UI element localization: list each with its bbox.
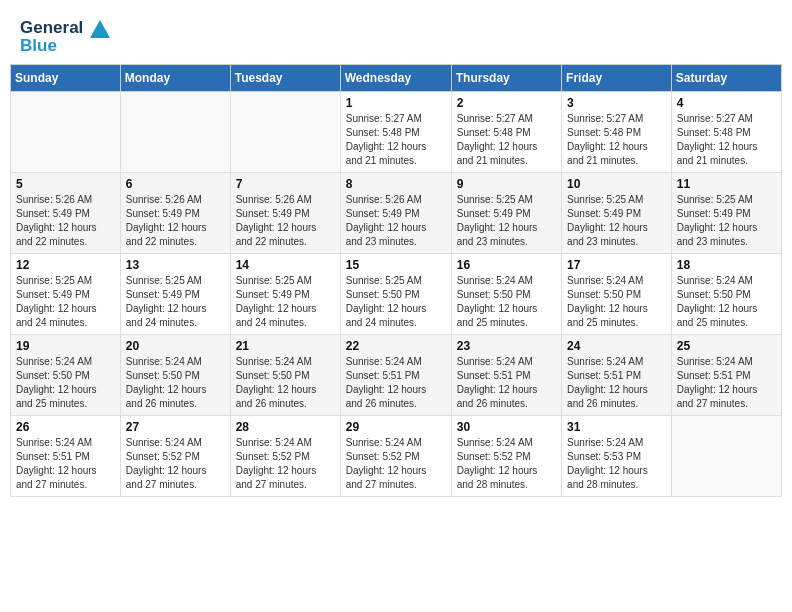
calendar-cell: 15Sunrise: 5:25 AM Sunset: 5:50 PM Dayli… <box>340 253 451 334</box>
calendar-cell: 7Sunrise: 5:26 AM Sunset: 5:49 PM Daylig… <box>230 172 340 253</box>
week-row-1: 1Sunrise: 5:27 AM Sunset: 5:48 PM Daylig… <box>11 91 782 172</box>
calendar-cell: 2Sunrise: 5:27 AM Sunset: 5:48 PM Daylig… <box>451 91 561 172</box>
day-number: 2 <box>457 96 556 110</box>
day-number: 12 <box>16 258 115 272</box>
day-number: 19 <box>16 339 115 353</box>
day-info: Sunrise: 5:27 AM Sunset: 5:48 PM Dayligh… <box>457 112 556 168</box>
calendar-cell: 23Sunrise: 5:24 AM Sunset: 5:51 PM Dayli… <box>451 334 561 415</box>
day-info: Sunrise: 5:26 AM Sunset: 5:49 PM Dayligh… <box>16 193 115 249</box>
day-number: 22 <box>346 339 446 353</box>
day-number: 13 <box>126 258 225 272</box>
svg-marker-0 <box>90 20 110 38</box>
day-number: 21 <box>236 339 335 353</box>
day-number: 28 <box>236 420 335 434</box>
calendar-cell: 6Sunrise: 5:26 AM Sunset: 5:49 PM Daylig… <box>120 172 230 253</box>
day-number: 20 <box>126 339 225 353</box>
day-number: 5 <box>16 177 115 191</box>
day-info: Sunrise: 5:24 AM Sunset: 5:52 PM Dayligh… <box>457 436 556 492</box>
day-number: 10 <box>567 177 666 191</box>
calendar-cell: 19Sunrise: 5:24 AM Sunset: 5:50 PM Dayli… <box>11 334 121 415</box>
day-number: 24 <box>567 339 666 353</box>
day-header-friday: Friday <box>562 64 672 91</box>
day-number: 11 <box>677 177 776 191</box>
day-info: Sunrise: 5:24 AM Sunset: 5:53 PM Dayligh… <box>567 436 666 492</box>
day-number: 9 <box>457 177 556 191</box>
day-info: Sunrise: 5:24 AM Sunset: 5:51 PM Dayligh… <box>346 355 446 411</box>
day-header-saturday: Saturday <box>671 64 781 91</box>
day-number: 3 <box>567 96 666 110</box>
day-header-thursday: Thursday <box>451 64 561 91</box>
day-info: Sunrise: 5:24 AM Sunset: 5:50 PM Dayligh… <box>16 355 115 411</box>
day-header-wednesday: Wednesday <box>340 64 451 91</box>
day-info: Sunrise: 5:24 AM Sunset: 5:50 PM Dayligh… <box>567 274 666 330</box>
calendar-cell: 14Sunrise: 5:25 AM Sunset: 5:49 PM Dayli… <box>230 253 340 334</box>
day-number: 4 <box>677 96 776 110</box>
calendar-cell: 24Sunrise: 5:24 AM Sunset: 5:51 PM Dayli… <box>562 334 672 415</box>
calendar-cell: 9Sunrise: 5:25 AM Sunset: 5:49 PM Daylig… <box>451 172 561 253</box>
day-number: 8 <box>346 177 446 191</box>
calendar-cell: 20Sunrise: 5:24 AM Sunset: 5:50 PM Dayli… <box>120 334 230 415</box>
week-row-5: 26Sunrise: 5:24 AM Sunset: 5:51 PM Dayli… <box>11 415 782 496</box>
day-info: Sunrise: 5:24 AM Sunset: 5:51 PM Dayligh… <box>677 355 776 411</box>
calendar-cell: 13Sunrise: 5:25 AM Sunset: 5:49 PM Dayli… <box>120 253 230 334</box>
calendar-cell: 3Sunrise: 5:27 AM Sunset: 5:48 PM Daylig… <box>562 91 672 172</box>
calendar-cell: 25Sunrise: 5:24 AM Sunset: 5:51 PM Dayli… <box>671 334 781 415</box>
day-number: 27 <box>126 420 225 434</box>
week-row-2: 5Sunrise: 5:26 AM Sunset: 5:49 PM Daylig… <box>11 172 782 253</box>
day-info: Sunrise: 5:25 AM Sunset: 5:49 PM Dayligh… <box>567 193 666 249</box>
day-number: 14 <box>236 258 335 272</box>
day-number: 6 <box>126 177 225 191</box>
day-info: Sunrise: 5:25 AM Sunset: 5:49 PM Dayligh… <box>236 274 335 330</box>
day-info: Sunrise: 5:27 AM Sunset: 5:48 PM Dayligh… <box>567 112 666 168</box>
calendar-cell: 28Sunrise: 5:24 AM Sunset: 5:52 PM Dayli… <box>230 415 340 496</box>
day-number: 16 <box>457 258 556 272</box>
day-number: 30 <box>457 420 556 434</box>
calendar-cell: 8Sunrise: 5:26 AM Sunset: 5:49 PM Daylig… <box>340 172 451 253</box>
week-row-4: 19Sunrise: 5:24 AM Sunset: 5:50 PM Dayli… <box>11 334 782 415</box>
day-number: 29 <box>346 420 446 434</box>
day-info: Sunrise: 5:26 AM Sunset: 5:49 PM Dayligh… <box>236 193 335 249</box>
logo-text: General <box>20 18 110 38</box>
day-number: 7 <box>236 177 335 191</box>
calendar-cell <box>230 91 340 172</box>
calendar-header-row: SundayMondayTuesdayWednesdayThursdayFrid… <box>11 64 782 91</box>
calendar-cell: 12Sunrise: 5:25 AM Sunset: 5:49 PM Dayli… <box>11 253 121 334</box>
calendar-cell: 21Sunrise: 5:24 AM Sunset: 5:50 PM Dayli… <box>230 334 340 415</box>
calendar-cell: 4Sunrise: 5:27 AM Sunset: 5:48 PM Daylig… <box>671 91 781 172</box>
day-number: 23 <box>457 339 556 353</box>
logo: General Blue <box>20 18 110 56</box>
calendar-cell <box>11 91 121 172</box>
day-info: Sunrise: 5:24 AM Sunset: 5:51 PM Dayligh… <box>567 355 666 411</box>
day-info: Sunrise: 5:24 AM Sunset: 5:52 PM Dayligh… <box>126 436 225 492</box>
calendar-cell: 29Sunrise: 5:24 AM Sunset: 5:52 PM Dayli… <box>340 415 451 496</box>
day-number: 1 <box>346 96 446 110</box>
calendar-cell: 10Sunrise: 5:25 AM Sunset: 5:49 PM Dayli… <box>562 172 672 253</box>
day-number: 18 <box>677 258 776 272</box>
day-info: Sunrise: 5:25 AM Sunset: 5:50 PM Dayligh… <box>346 274 446 330</box>
day-info: Sunrise: 5:27 AM Sunset: 5:48 PM Dayligh… <box>346 112 446 168</box>
day-info: Sunrise: 5:25 AM Sunset: 5:49 PM Dayligh… <box>126 274 225 330</box>
day-header-sunday: Sunday <box>11 64 121 91</box>
day-header-monday: Monday <box>120 64 230 91</box>
calendar-cell: 22Sunrise: 5:24 AM Sunset: 5:51 PM Dayli… <box>340 334 451 415</box>
day-info: Sunrise: 5:24 AM Sunset: 5:52 PM Dayligh… <box>346 436 446 492</box>
calendar-cell: 11Sunrise: 5:25 AM Sunset: 5:49 PM Dayli… <box>671 172 781 253</box>
day-info: Sunrise: 5:24 AM Sunset: 5:50 PM Dayligh… <box>126 355 225 411</box>
calendar-table: SundayMondayTuesdayWednesdayThursdayFrid… <box>10 64 782 497</box>
day-number: 26 <box>16 420 115 434</box>
day-info: Sunrise: 5:25 AM Sunset: 5:49 PM Dayligh… <box>457 193 556 249</box>
day-info: Sunrise: 5:24 AM Sunset: 5:51 PM Dayligh… <box>457 355 556 411</box>
day-info: Sunrise: 5:26 AM Sunset: 5:49 PM Dayligh… <box>126 193 225 249</box>
day-info: Sunrise: 5:27 AM Sunset: 5:48 PM Dayligh… <box>677 112 776 168</box>
day-number: 15 <box>346 258 446 272</box>
day-info: Sunrise: 5:24 AM Sunset: 5:52 PM Dayligh… <box>236 436 335 492</box>
day-info: Sunrise: 5:25 AM Sunset: 5:49 PM Dayligh… <box>16 274 115 330</box>
day-header-tuesday: Tuesday <box>230 64 340 91</box>
calendar-cell: 27Sunrise: 5:24 AM Sunset: 5:52 PM Dayli… <box>120 415 230 496</box>
day-info: Sunrise: 5:24 AM Sunset: 5:51 PM Dayligh… <box>16 436 115 492</box>
page-header: General Blue <box>10 10 782 60</box>
day-info: Sunrise: 5:24 AM Sunset: 5:50 PM Dayligh… <box>236 355 335 411</box>
day-info: Sunrise: 5:24 AM Sunset: 5:50 PM Dayligh… <box>677 274 776 330</box>
logo-subtext: Blue <box>20 36 110 56</box>
calendar-cell: 17Sunrise: 5:24 AM Sunset: 5:50 PM Dayli… <box>562 253 672 334</box>
